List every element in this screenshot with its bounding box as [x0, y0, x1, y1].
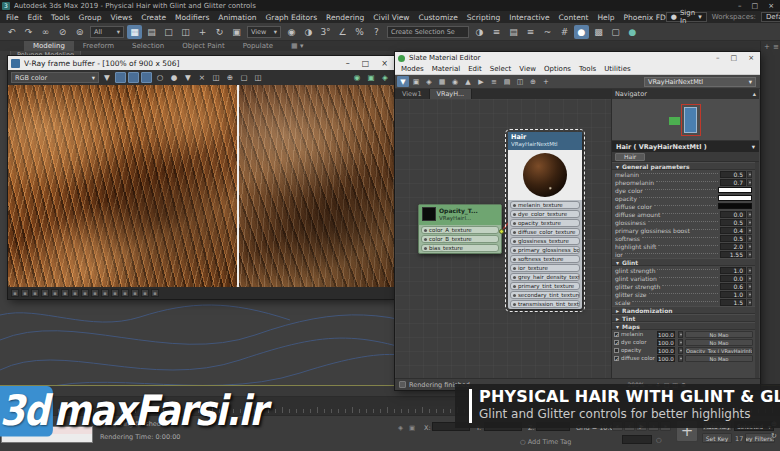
sme-material-dropdown[interactable]: VRayHairNextMtl ▾ [644, 77, 756, 87]
map-slot-button[interactable]: No Map [685, 355, 753, 362]
slot-ior-texture[interactable]: ior_texture [510, 264, 580, 272]
node-output-socket[interactable] [499, 229, 504, 234]
pixel-info-icon[interactable]: ▣ [365, 72, 377, 83]
panel-scrollbar[interactable] [755, 162, 759, 378]
show-map-in-viewport-icon[interactable]: ▦ [436, 76, 448, 87]
select-object-icon[interactable]: ▦ [127, 25, 142, 39]
map-amount[interactable]: 100.0 [657, 355, 675, 362]
vfb-minimize-button[interactable]: – [346, 59, 350, 68]
rollout-general-parameters[interactable]: ▾ General parameters [612, 162, 755, 170]
param-value[interactable]: 0.4 [720, 227, 746, 234]
sign-in-button[interactable]: ● Sign In ▾ [666, 12, 707, 22]
slot-color-b-texture[interactable]: color_B_texture [421, 235, 499, 243]
color-swatch[interactable] [718, 195, 752, 201]
menu-phoenix-fd[interactable]: Phoenix FD [624, 13, 666, 22]
rollout-tint[interactable]: ▸ Tint [612, 314, 755, 322]
sme-menu-edit[interactable]: Edit [468, 65, 482, 73]
layout-all-icon[interactable]: ≡ [488, 76, 500, 87]
unlink-selection-icon[interactable]: ⊘ [55, 25, 70, 39]
bind-to-space-warp-icon[interactable]: ⊚ [72, 25, 87, 39]
close-button[interactable]: × [768, 2, 774, 10]
param-value[interactable]: 1.0 [720, 291, 746, 298]
render-setup-icon[interactable]: ▩ [591, 25, 606, 39]
reference-coordinate-dropdown[interactable]: View▾ [247, 26, 281, 38]
spinner[interactable] [747, 251, 752, 258]
opacity-texture-node[interactable]: Opacity_T... VRayHairI... color_A_textur… [418, 204, 502, 254]
vfb-bottom-icon-13[interactable]: ▪ [131, 289, 139, 297]
select-and-move-icon[interactable]: + [195, 25, 210, 39]
spinner[interactable] [747, 291, 752, 298]
ribbon-tab-selection[interactable]: Selection [123, 41, 173, 51]
spinner[interactable] [678, 347, 683, 354]
param-value[interactable]: 0.7 [720, 179, 746, 186]
minimize-button[interactable]: – [738, 2, 742, 10]
ribbon-tab-modeling[interactable]: Modeling [24, 41, 74, 51]
pick-material-icon[interactable]: ▼ [397, 76, 409, 87]
sme-menu-options[interactable]: Options [544, 65, 571, 73]
clear-image-icon[interactable]: × [196, 72, 208, 83]
pan-tool-icon[interactable]: + [540, 76, 552, 87]
slot-primary-glossiness-boos[interactable]: primary_glossiness_boos... [510, 246, 580, 254]
spinner[interactable] [747, 235, 752, 242]
slot-softness-texture[interactable]: softness_texture [510, 255, 580, 263]
map-checkbox[interactable]: ✓ [614, 332, 619, 337]
map-checkbox[interactable] [614, 348, 619, 353]
sme-menu-tools[interactable]: Tools [579, 65, 596, 73]
menu-modifiers[interactable]: Modifiers [175, 13, 209, 22]
red-channel-icon[interactable] [115, 72, 126, 83]
param-value[interactable]: 0.5 [720, 219, 746, 226]
map-slot-button[interactable]: No Map [685, 339, 753, 346]
track-mouse-icon[interactable]: ⊕ [224, 72, 236, 83]
rollout-randomization[interactable]: ▸ Randomization [612, 306, 755, 314]
menu-animation[interactable]: Animation [218, 13, 256, 22]
param-value[interactable]: 0.6 [720, 283, 746, 290]
slot-bias-texture[interactable]: bias_texture [421, 244, 499, 252]
go-to-parent-icon[interactable]: ▲ [462, 76, 474, 87]
blue-channel-icon[interactable] [141, 72, 152, 83]
vfb-bottom-icon-15[interactable]: ▪ [151, 289, 159, 297]
ribbon-tab-freeform[interactable]: Freeform [74, 41, 123, 51]
hair-node-header[interactable]: Hair VRayHairNextMtl [508, 132, 582, 150]
vfb-bottom-icon-7[interactable]: ▪ [71, 289, 79, 297]
material-editor-icon[interactable]: ● [574, 25, 589, 39]
rendered-frame-icon[interactable]: ▢ [608, 25, 623, 39]
map-slot-button[interactable]: Opacity_Tex ( VRayHairInfoTex ) [685, 347, 753, 354]
material-preview-icon[interactable]: ◫ [514, 76, 526, 87]
map-slot-button[interactable]: No Map [685, 331, 753, 338]
menu-content[interactable]: Content [559, 13, 589, 22]
set-key-button[interactable]: Set Key [702, 433, 732, 443]
command-panel-tab-1[interactable]: + [764, 43, 770, 385]
channel-filter-icon[interactable]: ▼ [101, 72, 113, 83]
workspace-dropdown[interactable]: Default ▾ [761, 12, 780, 22]
spinner[interactable] [678, 355, 683, 362]
show-end-result-icon[interactable]: ◉ [449, 76, 461, 87]
schematic-view-icon[interactable]: # [557, 25, 572, 39]
map-amount[interactable]: 100.0 [657, 331, 675, 338]
redo-icon[interactable]: ↷ [21, 25, 36, 39]
sme-close-button[interactable]: × [748, 54, 754, 62]
vfb-bottom-icon-5[interactable]: ▪ [51, 289, 59, 297]
angle-snap-icon[interactable]: ∠ [335, 25, 350, 39]
select-and-rotate-icon[interactable]: ↻ [212, 25, 227, 39]
select-and-scale-icon[interactable]: ▣ [229, 25, 244, 39]
render-production-icon[interactable]: ● [625, 25, 640, 39]
map-checkbox[interactable]: ✓ [614, 340, 619, 345]
param-value[interactable]: 1.55 [720, 251, 746, 258]
menu-customize[interactable]: Customize [418, 13, 457, 22]
spinner[interactable] [747, 179, 752, 186]
snaps-toggle-icon[interactable]: 3° [318, 25, 333, 39]
param-value[interactable]: 0.5 [720, 171, 746, 178]
go-forward-icon[interactable]: ▶ [475, 76, 487, 87]
zoom-extents-icon[interactable]: ⊕ [527, 76, 539, 87]
slot-primary-tint-texture[interactable]: primary_tint_texture [510, 282, 580, 290]
align-icon[interactable]: ≡ [489, 25, 504, 39]
param-value[interactable]: 0.0 [720, 211, 746, 218]
color-swatch[interactable] [718, 187, 752, 193]
selection-lock-icon[interactable]: ▣ [409, 424, 415, 432]
sme-menu-utilities[interactable]: Utilities [604, 65, 630, 73]
menu-rendering[interactable]: Rendering [326, 13, 364, 22]
window-crossing-icon[interactable]: ◫ [178, 25, 193, 39]
slot-grey-hair-density-texture[interactable]: grey_hair_density_texture [510, 273, 580, 281]
history-icon[interactable]: ◈ [379, 72, 391, 83]
spinner[interactable] [747, 227, 752, 234]
